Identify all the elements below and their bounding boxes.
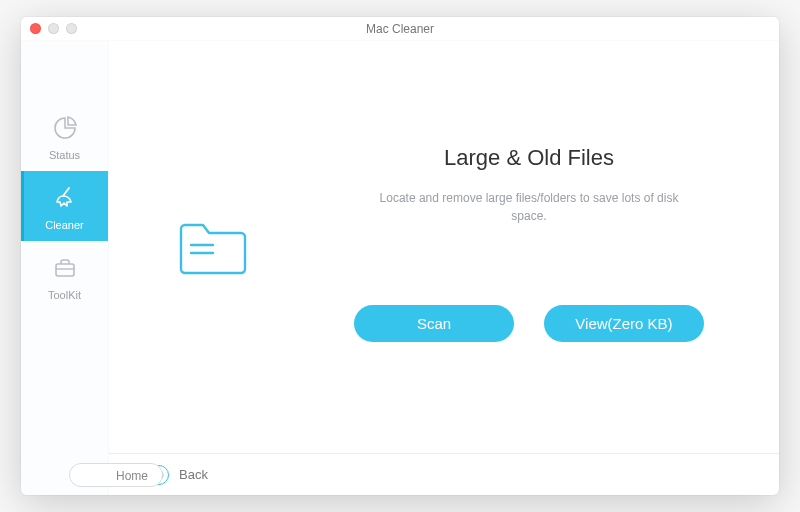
window-maximize-button[interactable] — [66, 23, 77, 34]
view-button[interactable]: View(Zero KB) — [544, 305, 704, 342]
back-label: Back — [179, 467, 208, 482]
page-heading: Large & Old Files — [444, 145, 614, 171]
sidebar: Status Cleaner — [21, 41, 109, 495]
info-zone: Large & Old Files Locate and remove larg… — [319, 153, 779, 342]
home-button[interactable]: Home — [69, 463, 163, 487]
sidebar-item-toolkit[interactable]: ToolKit — [21, 241, 108, 311]
folder-icon — [175, 215, 253, 279]
page-subtext: Locate and remove large files/folders to… — [379, 189, 679, 225]
window-close-button[interactable] — [30, 23, 41, 34]
sidebar-item-label: ToolKit — [48, 289, 81, 301]
app-window: Mac Cleaner Status — [21, 17, 779, 495]
broom-icon — [50, 183, 80, 213]
body: Status Cleaner — [21, 41, 779, 495]
svg-rect-0 — [56, 264, 74, 276]
titlebar: Mac Cleaner — [21, 17, 779, 41]
action-buttons: Scan View(Zero KB) — [354, 305, 704, 342]
window-title: Mac Cleaner — [366, 22, 434, 36]
sidebar-item-cleaner[interactable]: Cleaner — [21, 171, 108, 241]
window-minimize-button[interactable] — [48, 23, 59, 34]
scan-button[interactable]: Scan — [354, 305, 514, 342]
pie-chart-icon — [50, 113, 80, 143]
main-area: Large & Old Files Locate and remove larg… — [109, 41, 779, 453]
traffic-lights — [30, 23, 77, 34]
sidebar-item-status[interactable]: Status — [21, 101, 108, 171]
footer: Home Back — [109, 453, 779, 495]
illustration — [109, 215, 319, 279]
sidebar-item-label: Status — [49, 149, 80, 161]
sidebar-item-label: Cleaner — [45, 219, 84, 231]
content: Large & Old Files Locate and remove larg… — [109, 41, 779, 495]
toolbox-icon — [50, 253, 80, 283]
